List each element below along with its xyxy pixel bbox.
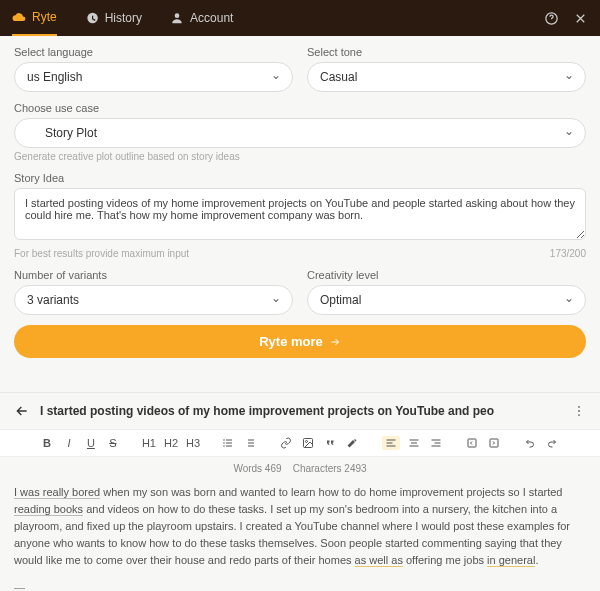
h2-button[interactable]: H2 xyxy=(164,437,178,449)
story-idea-input[interactable]: I started posting videos of my home impr… xyxy=(14,188,586,240)
svg-point-3 xyxy=(578,406,580,408)
svg-rect-23 xyxy=(432,440,441,441)
variants-select[interactable]: 3 variants xyxy=(14,285,293,315)
form-panel: Select language us English Select tone C… xyxy=(0,36,600,382)
tab-history-label: History xyxy=(105,11,142,25)
svg-rect-24 xyxy=(435,443,441,444)
ryte-more-button[interactable]: Ryte more xyxy=(14,325,586,358)
tab-ryte-label: Ryte xyxy=(32,10,57,24)
align-left-icon[interactable] xyxy=(382,436,400,450)
italic-button[interactable]: I xyxy=(62,437,76,449)
tab-history[interactable]: History xyxy=(85,0,142,36)
redo-icon[interactable] xyxy=(546,437,560,449)
tab-account-label: Account xyxy=(190,11,233,25)
story-idea-hint: For best results provide maximum input xyxy=(14,248,189,259)
ordered-list-icon[interactable] xyxy=(244,437,258,449)
align-center-icon[interactable] xyxy=(408,437,422,449)
svg-point-0 xyxy=(175,13,180,18)
account-icon xyxy=(170,11,184,25)
creativity-select[interactable]: Optimal xyxy=(307,285,586,315)
svg-point-10 xyxy=(223,445,225,447)
tab-account[interactable]: Account xyxy=(170,0,233,36)
cloud-icon xyxy=(12,10,26,24)
indent-in-icon[interactable] xyxy=(488,437,502,449)
svg-rect-11 xyxy=(226,446,232,447)
svg-point-8 xyxy=(223,442,225,444)
tab-ryte[interactable]: Ryte xyxy=(12,0,57,36)
usecase-label: Choose use case xyxy=(14,102,586,114)
underline-button[interactable]: U xyxy=(84,437,98,449)
variants-label: Number of variants xyxy=(14,269,293,281)
tone-label: Select tone xyxy=(307,46,586,58)
ryte-more-label: Ryte more xyxy=(259,334,323,349)
svg-rect-13 xyxy=(248,443,254,444)
language-label: Select language xyxy=(14,46,293,58)
svg-point-5 xyxy=(578,414,580,416)
tone-select[interactable]: Casual xyxy=(307,62,586,92)
paragraph-1: I was really bored when my son was born … xyxy=(14,484,586,569)
story-idea-label: Story Idea xyxy=(14,172,586,184)
indent-out-icon[interactable] xyxy=(466,437,480,449)
section-divider: — xyxy=(14,579,586,591)
h3-button[interactable]: H3 xyxy=(186,437,200,449)
bullet-list-icon[interactable] xyxy=(222,437,236,449)
history-icon xyxy=(85,11,99,25)
help-icon[interactable] xyxy=(544,11,559,26)
undo-icon[interactable] xyxy=(524,437,538,449)
close-icon[interactable] xyxy=(573,11,588,26)
image-icon[interactable] xyxy=(302,437,316,449)
word-count: Words 469 xyxy=(233,463,281,474)
svg-rect-14 xyxy=(248,446,254,447)
svg-rect-19 xyxy=(387,446,396,447)
char-count: Characters 2493 xyxy=(293,463,367,474)
svg-rect-17 xyxy=(387,440,396,441)
quote-icon[interactable] xyxy=(324,437,338,449)
svg-point-4 xyxy=(578,410,580,412)
editor-content[interactable]: I was really bored when my son was born … xyxy=(0,480,600,591)
svg-rect-21 xyxy=(411,443,417,444)
back-icon[interactable] xyxy=(14,403,30,419)
align-right-icon[interactable] xyxy=(430,437,444,449)
highlight-icon[interactable] xyxy=(346,437,360,449)
editor-stats: Words 469 Characters 2493 xyxy=(0,457,600,480)
svg-rect-20 xyxy=(410,440,419,441)
char-counter: 173/200 xyxy=(550,248,586,259)
svg-point-16 xyxy=(306,441,308,443)
svg-rect-22 xyxy=(410,446,419,447)
result-title: I started posting videos of my home impr… xyxy=(40,404,562,418)
usecase-select[interactable]: Story Plot xyxy=(14,118,586,148)
arrow-right-icon xyxy=(329,336,341,348)
bold-button[interactable]: B xyxy=(40,437,54,449)
usecase-hint: Generate creative plot outline based on … xyxy=(14,151,586,162)
svg-rect-18 xyxy=(387,443,393,444)
result-header: I started posting videos of my home impr… xyxy=(0,393,600,429)
creativity-label: Creativity level xyxy=(307,269,586,281)
svg-rect-9 xyxy=(226,443,232,444)
kebab-icon[interactable] xyxy=(572,404,586,418)
svg-rect-25 xyxy=(432,446,441,447)
link-icon[interactable] xyxy=(280,437,294,449)
app-header: Ryte History Account xyxy=(0,0,600,36)
svg-rect-7 xyxy=(226,440,232,441)
svg-rect-26 xyxy=(468,439,476,447)
editor-toolbar: B I U S H1 H2 H3 xyxy=(0,429,600,457)
svg-point-6 xyxy=(223,439,225,441)
svg-rect-12 xyxy=(248,440,254,441)
language-select[interactable]: us English xyxy=(14,62,293,92)
h1-button[interactable]: H1 xyxy=(142,437,156,449)
strike-button[interactable]: S xyxy=(106,437,120,449)
